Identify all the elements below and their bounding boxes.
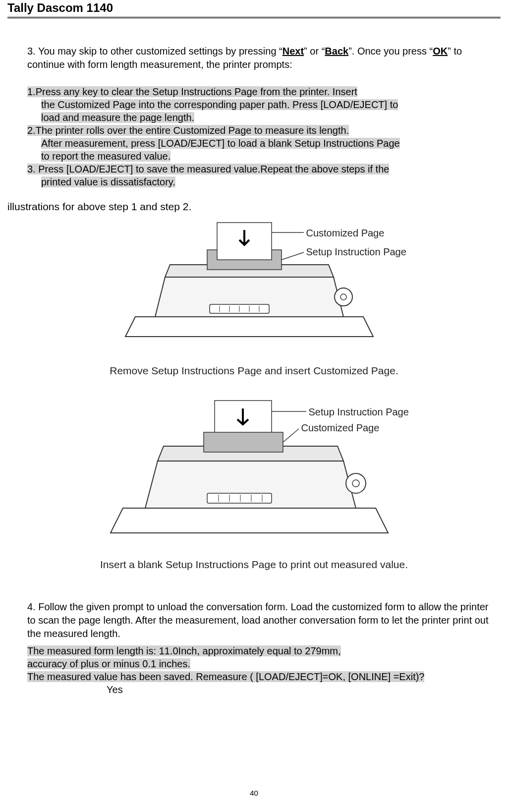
step3-text3: ”. Once you press “ [348,46,433,57]
instr-3b: printed value is dissatisfactory. [41,176,175,187]
step3-text2: ” or “ [304,46,325,57]
header-rule [7,17,501,20]
step3-num: 3. [27,46,36,57]
instr-2a: 2.The printer rolls over the entire Cust… [27,125,349,136]
illustration-intro: illustrations for above step 1 and step … [7,201,501,213]
fig1-label-setup: Setup Instruction Page [306,246,406,258]
step3-text1: You may skip to other customized setting… [38,46,282,57]
fig2-caption: Insert a blank Setup Instructions Page t… [7,559,501,571]
instr-3a: 3. Press [LOAD/EJECT] to save the measur… [27,164,389,174]
svg-line-11 [282,252,304,260]
next-label: Next [282,46,304,57]
step4-num: 4. [27,601,36,612]
result-l2: accuracy of plus or minus 0.1 inches. [27,658,190,669]
fig2-label-setup: Setup Instruction Page [309,406,409,418]
svg-point-19 [352,480,359,487]
fig1-label-customized: Customized Page [306,228,385,239]
instr-1b: the Customized Page into the correspondi… [41,99,398,110]
page-number: 40 [0,789,508,797]
instr-1c: load and measure the page length. [41,112,194,123]
back-label: Back [325,46,348,57]
figure-1-wrap: Customized Page Setup Instruction Page R… [7,213,501,377]
svg-rect-21 [204,432,283,452]
instr-2b: After measurement, press [LOAD/EJECT] to… [41,138,400,149]
svg-line-23 [283,429,299,442]
step4-text: Follow the given prompt to unload the co… [27,601,489,639]
step-4: 4. Follow the given prompt to unload the… [27,600,493,640]
fig2-label-customized: Customized Page [301,422,380,434]
instr-1a: 1.Press any key to clear the Setup Instr… [27,86,357,97]
result-l1: The measured form length is: 11.0Inch, a… [27,645,341,656]
ok-label: OK [433,46,448,57]
instruction-block: 1.Press any key to clear the Setup Instr… [27,85,491,188]
fig1-caption: Remove Setup Instructions Page and inser… [7,365,501,377]
printer-illustration-2-icon [81,397,428,550]
figure-2-wrap: Setup Instruction Page Customized Page I… [7,392,501,571]
result-l3: The measured value has been saved. Remea… [27,671,424,682]
step-3: 3. You may skip to other customized sett… [27,45,491,71]
instr-2c: to report the measured value. [41,151,170,162]
result-block: The measured form length is: 11.0Inch, a… [27,644,501,696]
result-l4: Yes [27,683,123,696]
doc-header: Tally Dascom 1140 [7,0,501,17]
figure-2: Setup Instruction Page Customized Page [81,397,428,550]
svg-point-7 [340,294,346,300]
figure-1: Customized Page Setup Instruction Page [96,218,413,356]
doc-title: Tally Dascom 1140 [7,1,113,14]
